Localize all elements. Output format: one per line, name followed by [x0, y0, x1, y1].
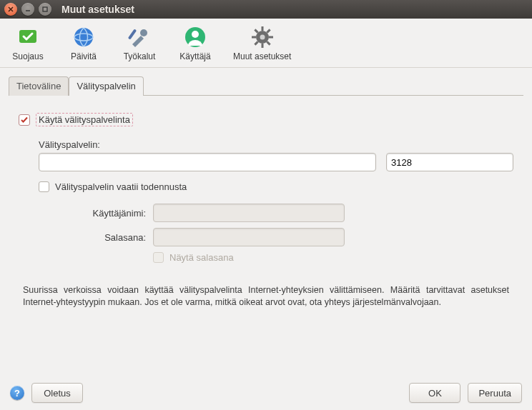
- tab-proxy-panel: Käytä välityspalvelinta Välityspalvelin:…: [0, 96, 532, 314]
- svg-rect-11: [261, 44, 263, 48]
- svg-rect-13: [269, 36, 273, 39]
- main-toolbar: Suojaus Päivitä Työkalut Käyttäjä Muut a…: [0, 19, 532, 67]
- shield-check-icon: [16, 26, 39, 49]
- password-label: Salasana:: [39, 232, 153, 243]
- toolbar-item-tools[interactable]: Työkalut: [122, 26, 157, 61]
- username-input[interactable]: [153, 204, 345, 222]
- svg-rect-10: [261, 26, 263, 31]
- svg-point-4: [140, 29, 147, 36]
- show-password-label: Näytä salasana: [169, 252, 234, 263]
- defaults-button[interactable]: Oletus: [31, 383, 83, 403]
- toolbar-item-user[interactable]: Käyttäjä: [177, 26, 213, 61]
- svg-point-2: [74, 28, 93, 46]
- proxy-host-label: Välityspalvelin:: [39, 139, 513, 150]
- proxy-auth-label: Välityspalvelin vaatii todennusta: [55, 181, 187, 192]
- toolbar-item-update[interactable]: Päivitä: [66, 26, 102, 61]
- tab-proxy[interactable]: Välityspalvelin: [69, 76, 143, 96]
- tools-icon: [128, 26, 151, 49]
- globe-icon: [72, 26, 95, 49]
- window-maximize-icon[interactable]: [39, 3, 51, 16]
- username-label: Käyttäjänimi:: [39, 208, 153, 219]
- svg-rect-5: [128, 29, 137, 39]
- use-proxy-checkbox[interactable]: [19, 114, 30, 126]
- dialog-footer: ? Oletus OK Peruuta: [0, 376, 532, 410]
- gear-icon: [251, 26, 274, 49]
- user-icon: [184, 26, 207, 49]
- svg-point-7: [192, 31, 199, 38]
- titlebar: Muut asetukset: [0, 0, 532, 19]
- tabs: Tietoväline Välityspalvelin: [0, 68, 532, 96]
- window-title: Muut asetukset: [61, 4, 134, 15]
- proxy-host-input[interactable]: [39, 153, 376, 171]
- proxy-port-input[interactable]: [386, 153, 513, 171]
- use-proxy-label: Käytä välityspalvelinta: [36, 113, 133, 126]
- svg-rect-0: [43, 7, 47, 11]
- password-input[interactable]: [153, 228, 345, 246]
- ok-button[interactable]: OK: [409, 383, 460, 403]
- help-icon[interactable]: ?: [10, 386, 24, 400]
- tab-media[interactable]: Tietoväline: [9, 76, 69, 96]
- proxy-info-text: Suurissa verkoissa voidaan käyttää välit…: [23, 284, 509, 309]
- window-close-icon[interactable]: [4, 3, 17, 16]
- window-minimize-icon[interactable]: [21, 3, 34, 16]
- svg-point-9: [260, 35, 265, 40]
- toolbar-item-other-settings[interactable]: Muut asetukset: [233, 26, 291, 61]
- cancel-button[interactable]: Peruuta: [468, 383, 522, 403]
- proxy-auth-checkbox[interactable]: [39, 181, 49, 192]
- show-password-checkbox: [153, 252, 164, 263]
- toolbar-item-protection[interactable]: Suojaus: [10, 26, 46, 61]
- svg-rect-12: [252, 36, 256, 39]
